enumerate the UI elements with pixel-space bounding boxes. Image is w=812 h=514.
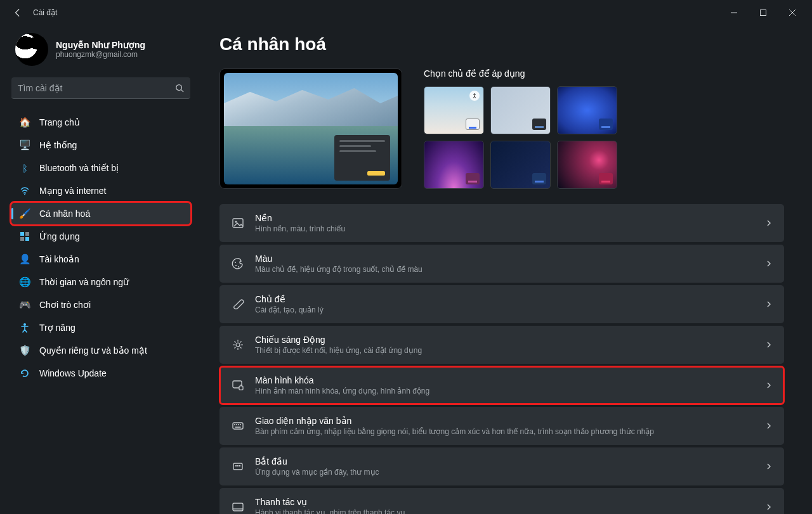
- theme-tile-4[interactable]: [424, 141, 484, 189]
- row-title: Màu: [255, 254, 755, 264]
- palette-icon: [231, 257, 245, 270]
- row-themes[interactable]: Chủ đềCài đặt, tạo, quản lý: [219, 285, 784, 323]
- maximize-button[interactable]: [749, 3, 778, 23]
- svg-point-2: [176, 84, 182, 90]
- nav-label: Quyền riêng tư và bảo mật: [39, 345, 147, 356]
- search-box[interactable]: [11, 77, 190, 99]
- row-desc: Cài đặt, tạo, quản lý: [255, 305, 755, 314]
- nav-label: Ứng dụng: [39, 231, 80, 241]
- svg-point-11: [235, 221, 237, 223]
- minimize-button[interactable]: [719, 3, 749, 23]
- theme-tile-5[interactable]: [490, 141, 551, 189]
- nav-label: Windows Update: [39, 368, 107, 378]
- svg-rect-27: [239, 465, 240, 466]
- update-icon: [19, 368, 30, 379]
- chevron-right-icon: [765, 422, 773, 430]
- theme-grid: [424, 86, 784, 189]
- chevron-right-icon: [765, 503, 773, 511]
- nav-update[interactable]: Windows Update: [11, 363, 190, 384]
- lockscreen-icon: [231, 379, 245, 392]
- window-controls: [719, 3, 807, 23]
- bluetooth-icon: ᛒ: [19, 162, 30, 174]
- row-start[interactable]: Bắt đầuỨng dụng và mục gần đây, thư mục: [219, 447, 784, 485]
- profile-email: phuongzmk@gmail.com: [56, 50, 145, 59]
- row-title: Bắt đầu: [255, 456, 755, 466]
- nav-accessibility[interactable]: Trợ năng: [11, 317, 190, 338]
- row-desc: Hành vi thanh tác vụ, ghim trên thanh tá…: [255, 508, 755, 514]
- nav-network[interactable]: Mạng và internet: [11, 180, 190, 202]
- search-input[interactable]: [18, 83, 175, 93]
- sidebar: Nguyễn Như Phượng phuongzmk@gmail.com 🏠T…: [0, 25, 197, 514]
- gamepad-icon: 🎮: [19, 299, 30, 311]
- nav-label: Cá nhân hoá: [39, 209, 90, 219]
- row-desc: Thiết bị được kết nối, hiệu ứng, cài đặt…: [255, 346, 755, 355]
- settings-list: NềnHình nền, màu, trình chiếu MàuMàu chủ…: [219, 204, 784, 514]
- svg-rect-17: [239, 386, 243, 390]
- theme-tile-6[interactable]: [557, 141, 617, 189]
- nav-home[interactable]: 🏠Trang chủ: [11, 112, 190, 133]
- person-icon: 👤: [19, 254, 30, 265]
- row-desc: Bàn phím cảm ứng, nhập liệu bằng giọng n…: [255, 427, 755, 436]
- nav-bluetooth[interactable]: ᛒBluetooth và thiết bị: [11, 157, 190, 179]
- row-colors[interactable]: MàuMàu chủ đề, hiệu ứng độ trong suốt, c…: [219, 245, 784, 283]
- svg-point-9: [23, 323, 26, 326]
- chevron-right-icon: [765, 300, 773, 308]
- nav-label: Trợ năng: [39, 323, 75, 333]
- nav-label: Thời gian và ngôn ngữ: [39, 277, 129, 287]
- shield-icon: 🛡️: [19, 345, 30, 356]
- wifi-icon: [19, 185, 30, 196]
- close-button[interactable]: [778, 3, 807, 23]
- row-title: Nền: [255, 213, 755, 223]
- row-lockscreen[interactable]: Màn hình khóaHình ảnh màn hình khóa, ứng…: [219, 366, 784, 404]
- nav-gaming[interactable]: 🎮Chơi trò chơi: [11, 294, 190, 316]
- row-desc: Ứng dụng và mục gần đây, thư mục: [255, 468, 755, 477]
- start-icon: [231, 460, 245, 473]
- svg-point-4: [24, 194, 25, 195]
- themes-label: Chọn chủ đề để áp dụng: [424, 68, 784, 79]
- row-title: Chiếu sáng Động: [255, 335, 755, 345]
- home-icon: 🏠: [19, 117, 30, 128]
- nav-label: Mạng và internet: [39, 186, 107, 196]
- row-desc: Hình ảnh màn hình khóa, ứng dụng, hình ả…: [255, 387, 755, 395]
- row-desc: Màu chủ đề, hiệu ứng độ trong suốt, chủ …: [255, 265, 755, 274]
- svg-rect-25: [235, 465, 237, 466]
- svg-line-3: [181, 89, 184, 92]
- system-icon: 🖥️: [19, 139, 30, 151]
- nav-label: Tài khoản: [39, 254, 79, 264]
- nav-label: Chơi trò chơi: [39, 300, 91, 310]
- nav-label: Trang chủ: [39, 117, 80, 127]
- chevron-right-icon: [765, 260, 773, 267]
- back-button[interactable]: [10, 5, 25, 20]
- svg-point-12: [235, 262, 236, 263]
- theme-tile-2[interactable]: [490, 86, 551, 134]
- nav-system[interactable]: 🖥️Hệ thống: [11, 134, 190, 156]
- row-title: Thanh tác vụ: [255, 497, 755, 507]
- svg-rect-28: [233, 503, 243, 511]
- row-background[interactable]: NềnHình nền, màu, trình chiếu: [219, 204, 784, 242]
- main: Cá nhân hoá Chọn chủ đề để áp dụng: [197, 25, 812, 514]
- nav-label: Hệ thống: [39, 140, 77, 150]
- row-text-input[interactable]: Giao diện nhập văn bảnBàn phím cảm ứng, …: [219, 407, 784, 445]
- theme-tile-1[interactable]: [424, 86, 484, 134]
- svg-rect-1: [761, 10, 766, 16]
- nav-privacy[interactable]: 🛡️Quyền riêng tư và bảo mật: [11, 340, 190, 361]
- svg-point-14: [238, 266, 239, 267]
- svg-rect-5: [20, 232, 24, 236]
- brush-icon: [231, 298, 245, 311]
- row-dynamic-lighting[interactable]: Chiếu sáng ĐộngThiết bị được kết nối, hi…: [219, 326, 784, 364]
- chevron-right-icon: [765, 219, 773, 227]
- svg-point-13: [235, 265, 237, 266]
- nav-personalization[interactable]: 🖌️Cá nhân hoá: [11, 203, 190, 224]
- nav-accounts[interactable]: 👤Tài khoản: [11, 248, 190, 270]
- svg-rect-8: [25, 237, 29, 241]
- desktop-preview[interactable]: [219, 68, 402, 189]
- paintbrush-icon: 🖌️: [19, 208, 30, 219]
- row-taskbar[interactable]: Thanh tác vụHành vi thanh tác vụ, ghim t…: [219, 488, 784, 514]
- profile-name: Nguyễn Như Phượng: [56, 40, 145, 50]
- sparkle-icon: [231, 338, 245, 351]
- theme-tile-3[interactable]: [557, 86, 617, 134]
- nav-apps[interactable]: Ứng dụng: [11, 226, 190, 247]
- search-icon: [175, 84, 184, 93]
- nav-time[interactable]: 🌐Thời gian và ngôn ngữ: [11, 271, 190, 293]
- profile[interactable]: Nguyễn Như Phượng phuongzmk@gmail.com: [11, 33, 190, 66]
